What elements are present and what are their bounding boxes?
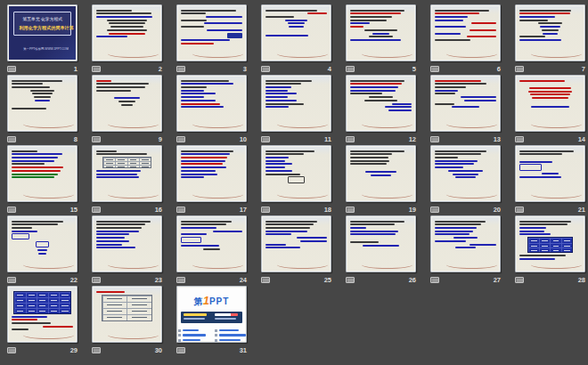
- link-row[interactable]: [178, 334, 206, 337]
- transition-icon[interactable]: [515, 207, 524, 213]
- slide-thumbnail-10[interactable]: [176, 75, 247, 132]
- transition-icon[interactable]: [176, 136, 185, 142]
- link-row[interactable]: [178, 329, 206, 332]
- slide-thumbnail-11[interactable]: [261, 75, 331, 132]
- text-line: [530, 93, 571, 95]
- text-line: [118, 101, 135, 102]
- text-line: [350, 10, 404, 12]
- slide-thumbnail-27[interactable]: [430, 215, 501, 272]
- slide-thumbnail-21[interactable]: [515, 145, 585, 202]
- text-line: [30, 90, 53, 92]
- slide-thumbnail-9[interactable]: [92, 75, 162, 132]
- text-line: [435, 39, 470, 41]
- slide-cell: 28: [515, 215, 585, 282]
- transition-icon[interactable]: [346, 277, 355, 283]
- slide-thumbnail-14[interactable]: [515, 75, 585, 132]
- slide-thumbnail-6[interactable]: [430, 4, 501, 61]
- text-line: [204, 22, 242, 24]
- slide-number: 31: [240, 346, 247, 354]
- transition-icon[interactable]: [176, 207, 185, 213]
- transition-icon[interactable]: [261, 136, 270, 142]
- slide-thumbnail-24[interactable]: [176, 215, 247, 272]
- link-row[interactable]: [215, 334, 246, 337]
- slide-thumbnail-23[interactable]: [92, 215, 162, 272]
- text-line: [369, 96, 392, 98]
- transition-icon[interactable]: [176, 66, 185, 72]
- slide-thumbnail-30[interactable]: [92, 286, 162, 343]
- slide-thumbnail-22[interactable]: [7, 215, 78, 272]
- text-line: [96, 291, 125, 293]
- text-line: [265, 10, 317, 12]
- text-line: [181, 170, 216, 172]
- text-line: [96, 150, 117, 152]
- slide-thumbnail-25[interactable]: [261, 215, 331, 272]
- slide-thumbnail-3[interactable]: [176, 4, 247, 61]
- slide-thumbnail-26[interactable]: [346, 215, 416, 272]
- table-cell: [102, 314, 127, 320]
- transition-icon[interactable]: [92, 136, 101, 142]
- transition-icon[interactable]: [515, 66, 524, 72]
- transition-icon[interactable]: [261, 277, 270, 283]
- slide-thumbnail-19[interactable]: [346, 145, 416, 202]
- transition-icon[interactable]: [261, 207, 270, 213]
- slide-thumbnail-12[interactable]: [346, 75, 416, 132]
- transition-icon[interactable]: [92, 66, 101, 72]
- text-line: [300, 240, 327, 242]
- transition-icon[interactable]: [7, 207, 16, 213]
- slide-number: 14: [578, 135, 585, 143]
- transition-icon[interactable]: [430, 207, 439, 213]
- transition-icon[interactable]: [176, 347, 185, 353]
- slide-thumbnail-1[interactable]: 第五单元 化学方程式利用化学方程式的简单计算第一PPT模板网-WWW.1PPT.…: [7, 4, 78, 61]
- transition-icon[interactable]: [92, 277, 101, 283]
- text-line: [435, 153, 481, 155]
- transition-icon[interactable]: [261, 66, 270, 72]
- slide-label-strip: 2: [92, 61, 162, 75]
- slide-thumbnail-13[interactable]: [430, 75, 501, 132]
- transition-icon[interactable]: [515, 277, 524, 283]
- slide-thumbnail-15[interactable]: [7, 145, 78, 202]
- text-line: [96, 93, 102, 95]
- transition-icon[interactable]: [7, 347, 16, 353]
- slide-thumbnail-17[interactable]: [176, 145, 247, 202]
- slide-thumbnail-18[interactable]: [261, 145, 331, 202]
- slide-thumbnail-16[interactable]: [92, 145, 162, 202]
- slide-thumbnail-7[interactable]: [515, 4, 585, 61]
- text-line: [12, 153, 62, 155]
- slide-thumbnail-29[interactable]: [7, 286, 78, 343]
- text-line: [107, 20, 148, 21]
- table-cell: [48, 308, 60, 313]
- link-row[interactable]: [215, 339, 246, 342]
- transition-icon[interactable]: [7, 66, 16, 72]
- slide-thumbnail-4[interactable]: [261, 4, 331, 61]
- transition-icon[interactable]: [176, 277, 185, 283]
- link-row[interactable]: [178, 339, 206, 342]
- table-cell: [561, 247, 572, 252]
- decorative-wave: [531, 261, 582, 269]
- transition-icon[interactable]: [430, 277, 439, 283]
- transition-icon[interactable]: [346, 66, 355, 72]
- text-line: [96, 240, 129, 242]
- transition-icon[interactable]: [7, 136, 16, 142]
- link-row[interactable]: [215, 329, 246, 332]
- slide-thumbnail-31[interactable]: 第1PPT: [176, 286, 247, 343]
- slide-thumbnail-20[interactable]: [430, 145, 501, 202]
- transition-icon[interactable]: [430, 66, 439, 72]
- transition-icon[interactable]: [515, 136, 524, 142]
- bullet-icon: [178, 334, 181, 337]
- transition-icon[interactable]: [92, 347, 101, 353]
- transition-icon[interactable]: [346, 136, 355, 142]
- text-line: [519, 83, 526, 85]
- transition-icon[interactable]: [430, 136, 439, 142]
- text-line: [350, 93, 382, 94]
- transition-icon[interactable]: [92, 207, 101, 213]
- transition-icon[interactable]: [7, 277, 16, 283]
- slide-thumbnail-2[interactable]: [92, 4, 162, 61]
- slide-thumbnail-5[interactable]: [346, 4, 416, 61]
- transition-icon[interactable]: [346, 207, 355, 213]
- slide-thumbnail-8[interactable]: [7, 75, 78, 132]
- text-line: [12, 223, 58, 225]
- callout-box: [12, 233, 29, 239]
- slide-thumbnail-28[interactable]: [515, 215, 585, 272]
- text-line: [265, 90, 288, 92]
- text-line: [96, 90, 131, 92]
